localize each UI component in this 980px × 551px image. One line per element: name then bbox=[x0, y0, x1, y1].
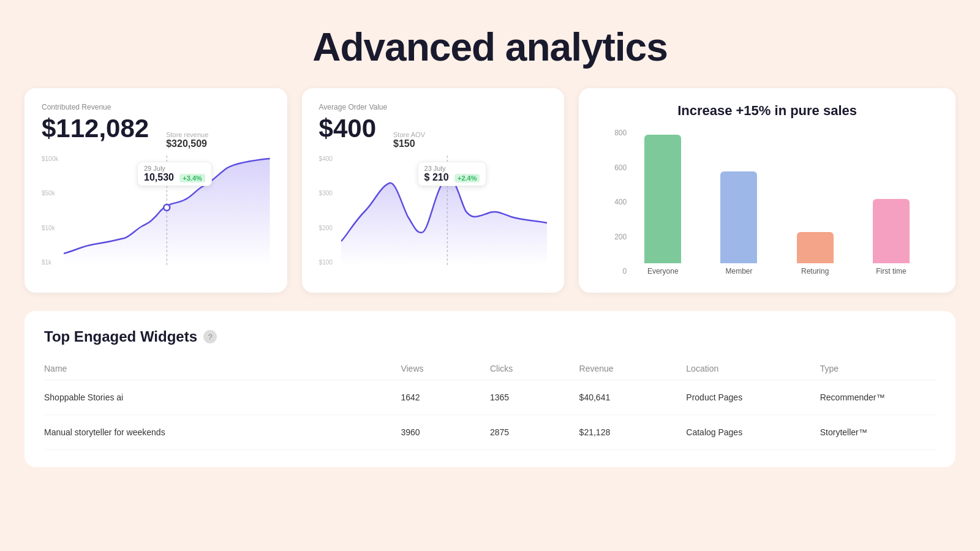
aov-label: Average Order Value bbox=[319, 103, 548, 111]
col-header-clicks: Clicks bbox=[490, 358, 579, 380]
row1-location: Product Pages bbox=[686, 380, 820, 415]
section-title: Top Engaged Widgets bbox=[44, 328, 197, 345]
bar-returning-bar bbox=[797, 232, 834, 263]
revenue-sub-label: Store revenue bbox=[166, 131, 208, 138]
row1-name: Shoppable Stories ai bbox=[44, 380, 401, 415]
aov-tooltip: 23 July $ 210 +2.4% bbox=[418, 162, 487, 186]
revenue-y-axis: $100k $50k $10k $1k bbox=[42, 156, 64, 266]
bar-member-label: Member bbox=[725, 267, 752, 276]
aov-chart: $400 $300 $200 $100 bbox=[319, 156, 548, 278]
aov-sub: Store AOV $150 bbox=[393, 131, 425, 149]
bar-returning-label: Returing bbox=[801, 267, 829, 276]
col-header-views: Views bbox=[401, 358, 490, 380]
col-header-revenue: Revenue bbox=[579, 358, 687, 380]
table-header: Name Views Clicks Revenue Location Type bbox=[44, 358, 936, 380]
table-body: Shoppable Stories ai 1642 1365 $40,641 P… bbox=[44, 380, 936, 450]
help-icon[interactable]: ? bbox=[203, 330, 217, 343]
row1-revenue: $40,641 bbox=[579, 380, 687, 415]
aov-card: Average Order Value $400 Store AOV $150 … bbox=[302, 88, 565, 293]
bar-firsttime: First time bbox=[862, 116, 920, 276]
bar-firsttime-label: First time bbox=[876, 267, 906, 276]
aov-tooltip-value: $ 210 bbox=[424, 172, 449, 183]
revenue-card: Contributed Revenue $112,082 Store reven… bbox=[24, 88, 287, 293]
table-row: Shoppable Stories ai 1642 1365 $40,641 P… bbox=[44, 380, 936, 415]
bar-member-bar bbox=[720, 171, 757, 263]
col-header-location: Location bbox=[686, 358, 820, 380]
row2-views: 3960 bbox=[401, 415, 490, 450]
aov-tooltip-date: 23 July bbox=[424, 165, 480, 172]
bar-chart-bars: Everyone Member Returing bbox=[634, 129, 920, 276]
aov-sub-label: Store AOV bbox=[393, 131, 425, 138]
widgets-table: Name Views Clicks Revenue Location Type … bbox=[44, 358, 936, 450]
revenue-sub: Store revenue $320,509 bbox=[166, 131, 208, 149]
revenue-sub-value: $320,509 bbox=[166, 138, 208, 149]
row1-clicks: 1365 bbox=[490, 380, 579, 415]
row2-location: Catalog Pages bbox=[686, 415, 820, 450]
aov-sub-value: $150 bbox=[393, 138, 425, 149]
revenue-chart-inner: 29 July 10,530 +3.4% bbox=[64, 156, 270, 278]
col-header-type: Type bbox=[820, 358, 936, 380]
revenue-main-value: $112,082 bbox=[42, 114, 149, 143]
revenue-tooltip: 29 July 10,530 +3.4% bbox=[137, 162, 212, 186]
row1-views: 1642 bbox=[401, 380, 490, 415]
row1-type: Recommender™ bbox=[820, 380, 936, 415]
bar-firsttime-bar bbox=[873, 199, 910, 263]
col-header-name: Name bbox=[44, 358, 401, 380]
section-header: Top Engaged Widgets ? bbox=[44, 328, 936, 345]
aov-main-value: $400 bbox=[319, 114, 376, 143]
revenue-tooltip-value: 10,530 bbox=[144, 172, 174, 183]
bar-everyone: Everyone bbox=[634, 116, 692, 276]
row2-type: Storyteller™ bbox=[820, 415, 936, 450]
bar-everyone-bar bbox=[644, 135, 681, 263]
aov-y-axis: $400 $300 $200 $100 bbox=[319, 156, 341, 266]
aov-tooltip-badge: +2.4% bbox=[454, 174, 480, 182]
svg-point-1 bbox=[164, 204, 170, 211]
bar-returning: Returing bbox=[786, 116, 844, 276]
table-row: Manual storyteller for weekends 3960 287… bbox=[44, 415, 936, 450]
row2-clicks: 2875 bbox=[490, 415, 579, 450]
widgets-section: Top Engaged Widgets ? Name Views Clicks … bbox=[24, 311, 956, 467]
bar-member: Member bbox=[710, 116, 767, 276]
aov-chart-inner: 23 July $ 210 +2.4% bbox=[341, 156, 548, 278]
row2-name: Manual storyteller for weekends bbox=[44, 415, 401, 450]
revenue-label: Contributed Revenue bbox=[42, 103, 270, 111]
revenue-tooltip-date: 29 July bbox=[144, 165, 205, 172]
row2-revenue: $21,128 bbox=[579, 415, 687, 450]
revenue-chart: $100k $50k $10k $1k bbox=[42, 156, 270, 278]
revenue-tooltip-badge: +3.4% bbox=[179, 174, 205, 182]
page-title: Advanced analytics bbox=[0, 0, 980, 88]
bar-chart-card: Increase +15% in pure sales 800 600 400 … bbox=[579, 88, 956, 293]
bar-y-axis: 800 600 400 200 0 bbox=[614, 129, 627, 276]
bar-everyone-label: Everyone bbox=[647, 267, 679, 276]
